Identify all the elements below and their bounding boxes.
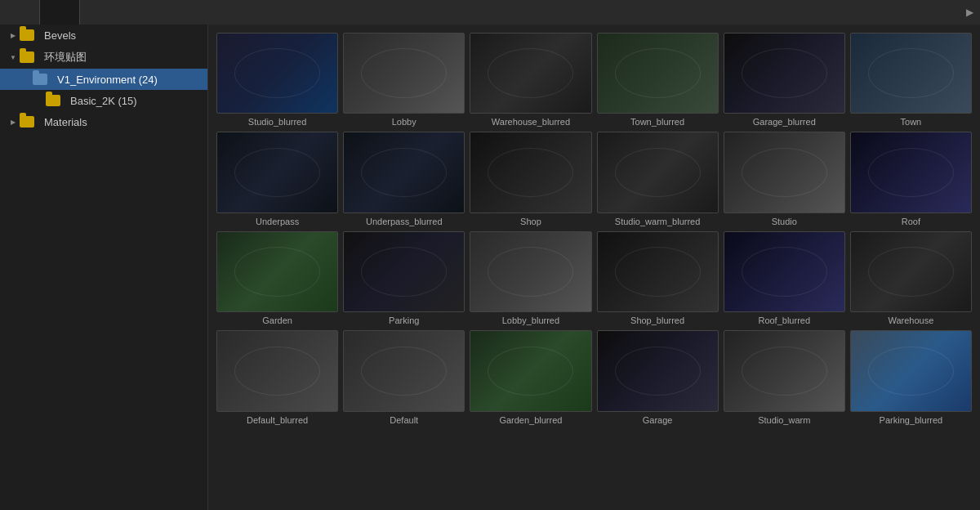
thumb-default bbox=[343, 330, 465, 411]
sidebar-item-env-maps[interactable]: 环境贴图 bbox=[0, 46, 207, 69]
thumb-label-garage: Garage bbox=[597, 415, 719, 425]
tree-arrow-bevels bbox=[7, 29, 20, 42]
grid-item-default[interactable]: Default bbox=[343, 330, 465, 424]
thumb-roof-blurred bbox=[724, 231, 845, 312]
thumb-warehouse bbox=[850, 231, 972, 312]
thumb-studio bbox=[724, 132, 845, 212]
thumb-label-garage-blurred: Garage_blurred bbox=[724, 117, 845, 127]
thumb-label-parking-blurred: Parking_blurred bbox=[850, 415, 972, 425]
thumb-label-default: Default bbox=[343, 415, 465, 425]
thumb-underpass-blurred bbox=[343, 132, 465, 212]
grid-item-studio-blurred[interactable]: Studio_blurred bbox=[216, 33, 338, 127]
tree-arrow-materials bbox=[7, 115, 20, 128]
thumb-shop bbox=[470, 132, 591, 212]
thumb-studio-warm-blurred bbox=[597, 132, 719, 212]
thumb-garage bbox=[597, 330, 719, 411]
grid-item-studio-warm-blurred[interactable]: Studio_warm_blurred bbox=[597, 132, 719, 226]
thumb-label-lobby: Lobby bbox=[343, 117, 465, 127]
thumb-studio-blurred bbox=[216, 33, 338, 114]
thumb-label-studio: Studio bbox=[724, 217, 845, 226]
thumb-garden-blurred bbox=[470, 330, 591, 411]
thumb-label-underpass-blurred: Underpass_blurred bbox=[343, 217, 465, 226]
tab-scene-materials[interactable] bbox=[40, 0, 80, 25]
grid-item-underpass-blurred[interactable]: Underpass_blurred bbox=[343, 132, 465, 226]
grid-item-garage-blurred[interactable]: Garage_blurred bbox=[724, 33, 845, 127]
thumb-garden bbox=[216, 231, 338, 312]
thumb-label-studio-blurred: Studio_blurred bbox=[216, 117, 338, 127]
tab-presets[interactable] bbox=[0, 0, 40, 25]
sidebar-item-bevels[interactable]: Bevels bbox=[0, 25, 207, 46]
grid-item-town[interactable]: Town bbox=[850, 33, 972, 127]
sidebar-item-v1-env[interactable]: V1_Environment (24) bbox=[0, 69, 207, 90]
folder-icon-env-maps bbox=[20, 51, 34, 63]
sidebar-label-env-maps: 环境贴图 bbox=[44, 50, 87, 65]
thumb-town-blurred bbox=[597, 33, 719, 114]
thumb-label-garden-blurred: Garden_blurred bbox=[470, 415, 591, 425]
thumb-label-shop-blurred: Shop_blurred bbox=[597, 315, 719, 325]
thumb-studio-warm bbox=[724, 330, 845, 411]
sidebar-label-v1-env: V1_Environment (24) bbox=[57, 74, 158, 86]
folder-icon-v1-env bbox=[33, 74, 47, 85]
thumb-warehouse-blurred bbox=[470, 33, 591, 114]
thumb-town bbox=[850, 33, 972, 114]
grid-item-studio-warm[interactable]: Studio_warm bbox=[724, 330, 845, 424]
thumb-parking bbox=[343, 231, 465, 312]
folder-icon-basic-2k bbox=[46, 95, 60, 106]
thumb-lobby-blurred bbox=[470, 231, 591, 312]
grid-item-roof-blurred[interactable]: Roof_blurred bbox=[724, 231, 845, 325]
sidebar-label-bevels: Bevels bbox=[44, 29, 76, 42]
thumb-label-warehouse-blurred: Warehouse_blurred bbox=[470, 117, 591, 127]
sidebar-label-materials: Materials bbox=[44, 116, 87, 128]
thumb-label-studio-warm: Studio_warm bbox=[724, 415, 845, 425]
thumb-label-roof-blurred: Roof_blurred bbox=[724, 315, 845, 325]
grid-item-lobby-blurred[interactable]: Lobby_blurred bbox=[470, 231, 591, 325]
thumb-label-underpass: Underpass bbox=[216, 217, 338, 226]
thumb-label-roof: Roof bbox=[850, 217, 972, 226]
grid-item-shop[interactable]: Shop bbox=[470, 132, 591, 226]
grid-item-town-blurred[interactable]: Town_blurred bbox=[597, 33, 719, 127]
folder-icon-bevels bbox=[20, 29, 34, 41]
grid-item-default-blurred[interactable]: Default_blurred bbox=[216, 330, 338, 424]
sidebar: Bevels环境贴图V1_Environment (24)Basic_2K (1… bbox=[0, 25, 208, 510]
thumb-lobby bbox=[343, 33, 465, 114]
thumb-label-studio-warm-blurred: Studio_warm_blurred bbox=[597, 217, 719, 226]
grid-item-shop-blurred[interactable]: Shop_blurred bbox=[597, 231, 719, 325]
thumb-parking-blurred bbox=[850, 330, 972, 411]
thumb-label-garden: Garden bbox=[216, 315, 338, 325]
thumb-label-parking: Parking bbox=[343, 315, 465, 325]
thumb-label-town: Town bbox=[850, 117, 972, 127]
grid-item-roof[interactable]: Roof bbox=[850, 132, 972, 226]
thumb-shop-blurred bbox=[597, 231, 719, 312]
thumb-label-shop: Shop bbox=[470, 217, 591, 226]
thumb-label-default-blurred: Default_blurred bbox=[216, 415, 338, 425]
folder-icon-materials bbox=[20, 116, 34, 128]
thumb-underpass bbox=[216, 132, 338, 212]
content-area: Studio_blurredLobbyWarehouse_blurredTown… bbox=[208, 25, 980, 510]
grid-item-garden[interactable]: Garden bbox=[216, 231, 338, 325]
tab-arrow[interactable]: ▶ bbox=[960, 0, 980, 25]
thumb-roof bbox=[850, 132, 972, 212]
grid-item-warehouse-blurred[interactable]: Warehouse_blurred bbox=[470, 33, 591, 127]
grid-item-studio[interactable]: Studio bbox=[724, 132, 845, 226]
materials-grid: Studio_blurredLobbyWarehouse_blurredTown… bbox=[216, 33, 972, 425]
thumb-label-warehouse: Warehouse bbox=[850, 315, 972, 325]
sidebar-label-basic-2k: Basic_2K (15) bbox=[70, 95, 137, 107]
thumb-label-town-blurred: Town_blurred bbox=[597, 117, 719, 127]
thumb-default-blurred bbox=[216, 330, 338, 411]
main-layout: Bevels环境贴图V1_Environment (24)Basic_2K (1… bbox=[0, 25, 980, 510]
grid-item-parking[interactable]: Parking bbox=[343, 231, 465, 325]
grid-item-parking-blurred[interactable]: Parking_blurred bbox=[850, 330, 972, 424]
tree-arrow-env-maps bbox=[7, 51, 20, 64]
grid-item-warehouse[interactable]: Warehouse bbox=[850, 231, 972, 325]
sidebar-item-basic-2k[interactable]: Basic_2K (15) bbox=[0, 90, 207, 111]
top-tab-bar: ▶ bbox=[0, 0, 980, 25]
grid-item-underpass[interactable]: Underpass bbox=[216, 132, 338, 226]
grid-item-lobby[interactable]: Lobby bbox=[343, 33, 465, 127]
thumb-garage-blurred bbox=[724, 33, 845, 114]
grid-item-garage[interactable]: Garage bbox=[597, 330, 719, 424]
grid-item-garden-blurred[interactable]: Garden_blurred bbox=[470, 330, 591, 424]
thumb-label-lobby-blurred: Lobby_blurred bbox=[470, 315, 591, 325]
sidebar-item-materials[interactable]: Materials bbox=[0, 111, 207, 132]
